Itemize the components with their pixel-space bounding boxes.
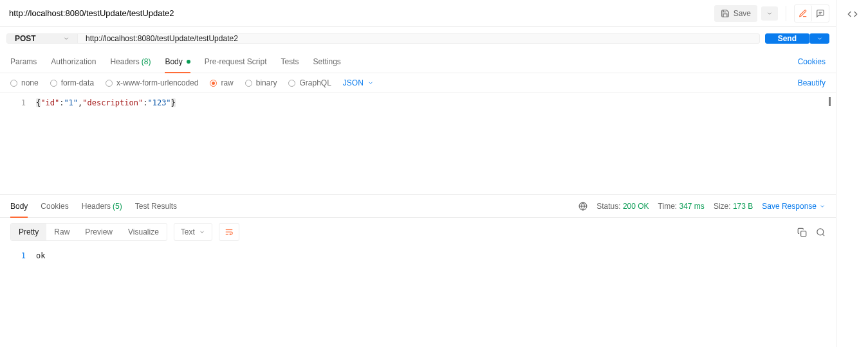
- response-tab-cookies-label: Cookies: [41, 202, 68, 211]
- tab-headers-count: (8): [142, 57, 151, 66]
- response-tabs: Body Cookies Headers (5) Test Results St…: [0, 195, 836, 218]
- body-format-select[interactable]: JSON: [343, 78, 374, 87]
- view-visualize[interactable]: Visualize: [120, 224, 167, 240]
- response-tab-cookies[interactable]: Cookies: [41, 195, 68, 217]
- body-type-binary-label: binary: [256, 78, 277, 87]
- view-preview-label: Preview: [85, 227, 113, 236]
- copy-button[interactable]: [797, 227, 807, 237]
- tab-settings-label: Settings: [313, 57, 341, 66]
- body-type-raw-label: raw: [221, 78, 233, 87]
- editor-gutter: 1: [0, 93, 32, 194]
- chevron-down-icon: [199, 229, 205, 235]
- save-response-label: Save Response: [762, 202, 817, 211]
- tab-headers[interactable]: Headers (8): [110, 50, 151, 73]
- send-button[interactable]: Send: [765, 33, 809, 44]
- tab-prerequest-label: Pre-request Script: [205, 57, 267, 66]
- time-block: Time: 347 ms: [658, 202, 705, 211]
- body-type-graphql[interactable]: GraphQL: [288, 78, 331, 87]
- body-type-binary[interactable]: binary: [245, 78, 277, 87]
- svg-rect-6: [801, 231, 806, 236]
- body-type-form-data-label: form-data: [61, 78, 94, 87]
- body-type-form-data[interactable]: form-data: [50, 78, 94, 87]
- globe-icon[interactable]: [578, 202, 587, 211]
- response-gutter: 1: [0, 246, 32, 347]
- search-button[interactable]: [816, 227, 826, 237]
- edit-button[interactable]: [795, 5, 812, 22]
- tab-headers-label: Headers: [110, 57, 139, 66]
- chevron-down-icon: [63, 35, 69, 42]
- view-visualize-label: Visualize: [128, 227, 159, 236]
- request-body-editor[interactable]: 1 {"id":"1","description":"123"}: [0, 93, 836, 195]
- cookies-link[interactable]: Cookies: [798, 57, 826, 66]
- chevron-down-icon: [367, 80, 374, 86]
- svg-point-7: [817, 228, 824, 235]
- tab-tests[interactable]: Tests: [281, 50, 299, 73]
- body-type-raw[interactable]: raw: [210, 78, 233, 87]
- view-raw[interactable]: Raw: [46, 224, 77, 240]
- body-type-graphql-label: GraphQL: [299, 78, 331, 87]
- view-segment: Pretty Raw Preview Visualize: [10, 223, 167, 241]
- tab-authorization[interactable]: Authorization: [51, 50, 96, 73]
- body-type-row: none form-data x-www-form-urlencoded raw…: [0, 73, 836, 93]
- send-dropdown[interactable]: [809, 33, 829, 44]
- response-toolbar: Pretty Raw Preview Visualize Text: [0, 218, 836, 246]
- response-tab-body-label: Body: [10, 202, 28, 211]
- line-number: 1: [0, 97, 26, 109]
- radio-icon: [106, 80, 113, 87]
- view-pretty[interactable]: Pretty: [11, 224, 46, 240]
- beautify-button[interactable]: Beautify: [798, 78, 826, 87]
- view-raw-label: Raw: [54, 227, 69, 236]
- tab-tests-label: Tests: [281, 57, 299, 66]
- body-type-none-label: none: [21, 78, 39, 87]
- size-block: Size: 173 B: [714, 202, 753, 211]
- tab-settings[interactable]: Settings: [313, 50, 341, 73]
- response-tab-headers-label: Headers: [82, 202, 111, 211]
- request-tab-title: http://localhost:8080/testUpdate/testUpd…: [9, 8, 714, 18]
- radio-icon: [10, 80, 17, 87]
- response-line: ok: [36, 250, 832, 262]
- comment-button[interactable]: [812, 5, 829, 22]
- request-tabs: Params Authorization Headers (8) Body Pr…: [0, 50, 836, 73]
- separator: [786, 6, 786, 21]
- wrap-lines-button[interactable]: [219, 223, 239, 241]
- tab-body-label: Body: [165, 57, 182, 66]
- url-row: POST Send: [0, 27, 836, 50]
- tab-authorization-label: Authorization: [51, 57, 96, 66]
- radio-icon: [245, 80, 252, 87]
- status-block: Status: 200 OK: [596, 202, 649, 211]
- topbar: http://localhost:8080/testUpdate/testUpd…: [0, 0, 836, 27]
- response-format-select[interactable]: Text: [174, 223, 212, 241]
- view-preview[interactable]: Preview: [77, 224, 120, 240]
- response-tab-body[interactable]: Body: [10, 195, 28, 217]
- beautify-label: Beautify: [798, 78, 826, 87]
- svg-line-8: [822, 234, 824, 236]
- cookies-link-label: Cookies: [798, 57, 826, 66]
- method-label: POST: [15, 34, 36, 43]
- tab-body[interactable]: Body: [165, 50, 190, 73]
- save-response-button[interactable]: Save Response: [762, 202, 826, 211]
- response-body[interactable]: 1 ok: [0, 246, 836, 347]
- radio-icon: [288, 80, 295, 87]
- response-tab-headers-count: (5): [113, 202, 122, 211]
- radio-icon: [50, 80, 57, 87]
- code-icon[interactable]: [847, 9, 858, 19]
- dirty-dot-icon: [187, 60, 190, 64]
- response-tab-test-results[interactable]: Test Results: [135, 195, 177, 217]
- url-input[interactable]: [78, 34, 759, 43]
- tab-params[interactable]: Params: [10, 50, 37, 73]
- body-type-xform[interactable]: x-www-form-urlencoded: [106, 78, 198, 87]
- save-icon: [721, 9, 730, 18]
- tab-prerequest[interactable]: Pre-request Script: [205, 50, 267, 73]
- response-tab-headers[interactable]: Headers (5): [82, 195, 122, 217]
- save-dropdown-button[interactable]: [761, 6, 778, 21]
- line-number: 1: [0, 250, 26, 262]
- chevron-down-icon: [819, 203, 826, 209]
- body-format-label: JSON: [343, 78, 364, 87]
- method-select[interactable]: POST: [7, 34, 78, 43]
- radio-icon: [210, 80, 217, 87]
- send-button-label: Send: [778, 34, 797, 43]
- right-rail: [836, 0, 868, 347]
- body-type-none[interactable]: none: [10, 78, 39, 87]
- code-line: {"id":"1","description":"123"}: [36, 97, 832, 109]
- save-button[interactable]: Save: [714, 5, 757, 22]
